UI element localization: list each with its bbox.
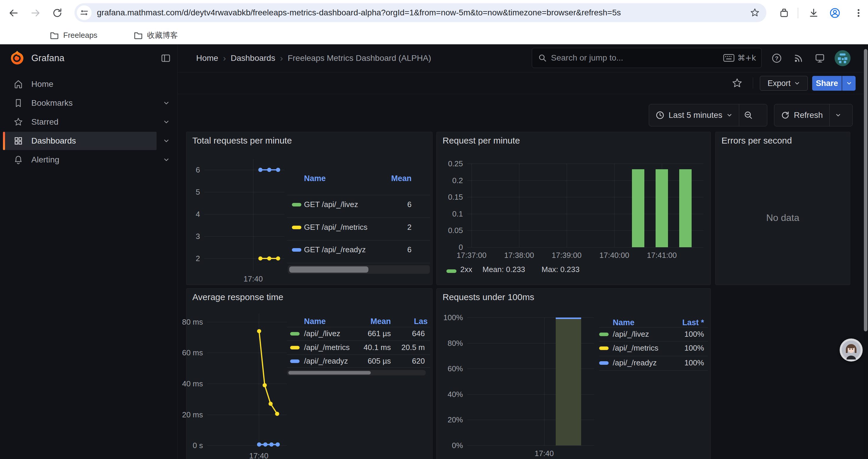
legend-series-name[interactable]: /api/_/readyz bbox=[613, 358, 657, 367]
search-placeholder: Search or jump to... bbox=[551, 53, 723, 63]
legend-scrollbar-thumb[interactable] bbox=[288, 371, 371, 374]
application-window: grafana.mathmast.com/d/deytv4rwavabkb/fr… bbox=[0, 0, 868, 459]
browser-menu-icon[interactable] bbox=[853, 8, 864, 18]
forward-icon[interactable] bbox=[30, 8, 41, 18]
back-icon[interactable] bbox=[8, 8, 19, 18]
chevron-down-icon[interactable] bbox=[163, 138, 169, 144]
legend-separator bbox=[599, 370, 708, 371]
series-color-pill[interactable] bbox=[290, 332, 300, 335]
bar-chart[interactable]: 0.250.20.150.10.05017:37:0017:38:0017:39… bbox=[467, 164, 704, 247]
url-bar[interactable]: grafana.mathmast.com/d/deytv4rwavabkb/fr… bbox=[74, 3, 766, 22]
legend-header-last[interactable]: Last * bbox=[682, 318, 704, 327]
refresh-button[interactable]: Refresh bbox=[774, 104, 829, 126]
sidebar-item-home[interactable]: Home bbox=[0, 75, 177, 93]
search-shortcut: ⌘+k bbox=[723, 54, 756, 62]
legend-series-name[interactable]: /api/_/metrics bbox=[304, 343, 350, 352]
panel-request-per-minute: Request per minute 0.250.20.150.10.05017… bbox=[436, 132, 711, 285]
search-input[interactable]: Search or jump to... ⌘+k bbox=[532, 48, 762, 68]
chevron-down-icon bbox=[835, 112, 841, 118]
breadcrumb-dashboards[interactable]: Dashboards bbox=[231, 54, 275, 63]
legend-series-name[interactable]: 2xx bbox=[460, 265, 472, 274]
home-icon bbox=[13, 79, 23, 89]
legend-separator bbox=[287, 340, 430, 341]
series-color-pill[interactable] bbox=[290, 346, 300, 350]
series-color-pill[interactable] bbox=[290, 359, 300, 363]
legend-series-name[interactable]: GET /api/_/metrics bbox=[304, 223, 368, 232]
bar-chart[interactable]: 100%80%60%40%20%0%17:40 bbox=[467, 318, 594, 446]
legend-scrollbar-track[interactable] bbox=[288, 265, 430, 274]
panel-title[interactable]: Average response time bbox=[192, 292, 283, 302]
panel-title[interactable]: Errors per second bbox=[721, 136, 792, 145]
legend-series-name[interactable]: GET /api/_/livez bbox=[304, 200, 358, 209]
panel-title[interactable]: Request per minute bbox=[442, 136, 520, 145]
refresh-interval-dropdown[interactable] bbox=[830, 104, 847, 126]
legend-mean-value: 6 bbox=[407, 245, 411, 254]
window-scrollbar-thumb[interactable] bbox=[864, 49, 867, 331]
favorite-star-icon[interactable] bbox=[732, 77, 743, 89]
assistant-avatar[interactable] bbox=[840, 338, 863, 362]
share-dropdown-button[interactable] bbox=[842, 76, 856, 91]
legend-table: Name Mean Las /api/_/livez 661 µs 646 /a… bbox=[287, 317, 430, 405]
sidebar-item-label: Starred bbox=[31, 117, 59, 127]
refresh-controls: Refresh bbox=[774, 104, 852, 126]
svg-text:?: ? bbox=[775, 55, 778, 61]
site-settings-icon[interactable] bbox=[77, 5, 92, 20]
help-icon[interactable]: ? bbox=[771, 53, 782, 64]
browser-toolbar: grafana.mathmast.com/d/deytv4rwavabkb/fr… bbox=[0, 0, 868, 26]
panel-title[interactable]: Requests under 100ms bbox=[442, 292, 534, 302]
sidebar-item-alerting[interactable]: Alerting bbox=[0, 151, 177, 169]
news-rss-icon[interactable] bbox=[793, 53, 804, 64]
share-button[interactable]: Share bbox=[812, 76, 842, 91]
series-color-pill[interactable] bbox=[599, 333, 609, 336]
clock-icon bbox=[656, 111, 664, 120]
legend-max-stat: Max: 0.233 bbox=[541, 265, 580, 274]
reload-icon[interactable] bbox=[52, 8, 63, 18]
sidebar-item-dashboards[interactable]: Dashboards bbox=[0, 132, 177, 150]
legend-header-mean[interactable]: Mean bbox=[370, 317, 391, 326]
chevron-down-icon[interactable] bbox=[163, 157, 169, 163]
bookmark-folder-freeleaps[interactable]: Freeleaps bbox=[50, 29, 97, 42]
bookmark-star-icon[interactable] bbox=[750, 8, 760, 18]
grafana-logo[interactable] bbox=[9, 50, 25, 66]
time-series-chart[interactable]: 6543217:40 bbox=[204, 159, 284, 271]
legend-scrollbar-track[interactable] bbox=[287, 370, 426, 375]
legend-header-name[interactable]: Name bbox=[304, 174, 326, 183]
bookmark-folder-blogs[interactable]: 收藏博客 bbox=[133, 29, 178, 42]
legend-header-mean[interactable]: Mean bbox=[391, 174, 411, 183]
legend-header-name[interactable]: Name bbox=[304, 317, 326, 326]
chevron-down-icon[interactable] bbox=[163, 100, 169, 106]
panel-title[interactable]: Total requests per minute bbox=[192, 136, 292, 145]
series-color-pill[interactable] bbox=[292, 203, 301, 206]
breadcrumb-home[interactable]: Home bbox=[196, 54, 218, 63]
legend-series-name[interactable]: /api/_/readyz bbox=[304, 357, 348, 366]
series-color-pill[interactable] bbox=[446, 269, 457, 273]
panel-total-requests: Total requests per minute 6543217:40 Nam… bbox=[186, 132, 433, 285]
series-color-pill[interactable] bbox=[599, 361, 609, 365]
user-avatar[interactable] bbox=[835, 50, 850, 66]
profile-icon[interactable] bbox=[829, 7, 841, 19]
time-range-picker[interactable]: Last 5 minutes bbox=[649, 104, 739, 126]
legend-series-name[interactable]: /api/_/livez bbox=[613, 330, 649, 339]
series-color-pill[interactable] bbox=[292, 248, 301, 252]
bookmark-label: 收藏博客 bbox=[147, 30, 178, 40]
legend-header-name[interactable]: Name bbox=[613, 318, 634, 327]
legend-series-name[interactable]: GET /api/_/readyz bbox=[304, 245, 366, 254]
zoom-out-button[interactable] bbox=[739, 104, 757, 126]
series-color-pill[interactable] bbox=[292, 226, 301, 229]
sidebar-item-starred[interactable]: Starred bbox=[0, 113, 177, 131]
extensions-icon[interactable] bbox=[779, 8, 789, 18]
monitor-icon[interactable] bbox=[814, 53, 826, 64]
legend-series-name[interactable]: /api/_/livez bbox=[304, 329, 340, 338]
downloads-icon[interactable] bbox=[808, 8, 819, 18]
chevron-right-icon: › bbox=[222, 53, 227, 63]
legend-separator bbox=[287, 327, 430, 327]
time-series-chart[interactable]: 80 ms60 ms40 ms20 ms0 s17:40 bbox=[207, 314, 287, 448]
export-button[interactable]: Export bbox=[760, 76, 808, 91]
legend-series-name[interactable]: /api/_/metrics bbox=[613, 343, 658, 353]
legend-scrollbar-thumb[interactable] bbox=[289, 266, 368, 273]
sidebar-toggle-icon[interactable] bbox=[161, 53, 171, 63]
sidebar-item-bookmarks[interactable]: Bookmarks bbox=[0, 94, 177, 112]
series-color-pill[interactable] bbox=[599, 347, 609, 350]
chevron-down-icon[interactable] bbox=[163, 119, 169, 125]
grafana-header-left: Grafana bbox=[0, 44, 178, 72]
